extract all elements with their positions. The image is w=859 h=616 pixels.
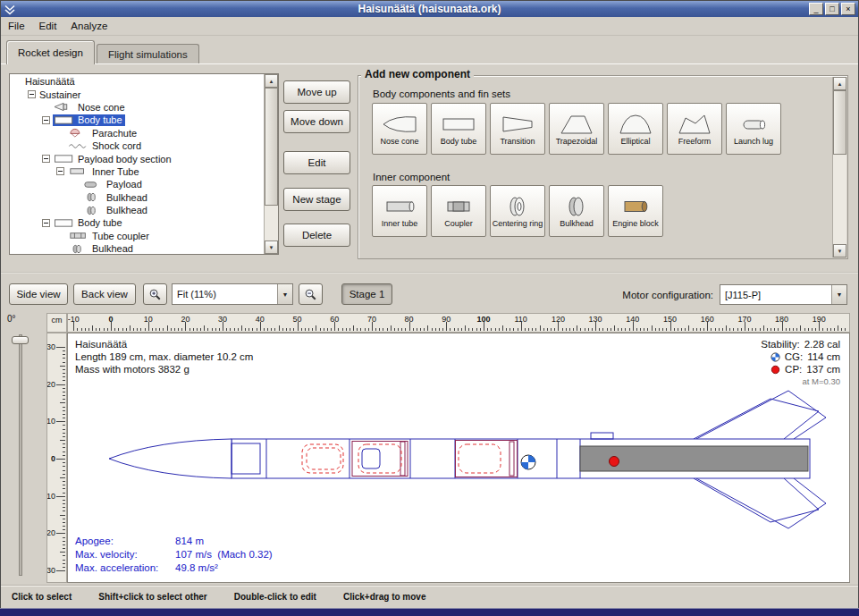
add-centering-ring-button[interactable]: Centering ring — [490, 185, 545, 237]
add-engine-block-button[interactable]: Engine block — [608, 185, 663, 237]
tree-item[interactable]: Sustainer — [10, 88, 264, 100]
close-button[interactable]: × — [841, 3, 855, 15]
tree-item-content[interactable]: Payload — [81, 179, 145, 190]
add-coupler-button[interactable]: Coupler — [431, 185, 486, 237]
tree-item[interactable]: Bulkhead — [10, 191, 264, 204]
design-tree[interactable]: HaisunäätäSustainerNose coneBody tubePar… — [10, 74, 264, 254]
ruler-label: 110 — [515, 315, 527, 324]
scrollbar-track[interactable] — [833, 155, 846, 244]
add-nose-cone-button[interactable]: Nose cone — [372, 103, 427, 155]
statusbar: Click to selectShift+click to select oth… — [1, 585, 858, 607]
tree-item[interactable]: Body tube — [10, 216, 264, 229]
tree-item-content[interactable]: Inner Tube — [67, 165, 142, 177]
collapse-icon[interactable] — [42, 116, 50, 124]
tab-flight-simulations[interactable]: Flight simulations — [97, 44, 199, 64]
ruler-tick — [487, 328, 488, 331]
zoom-out-button[interactable] — [299, 283, 323, 305]
tree-item-content[interactable]: Sustainer — [38, 89, 83, 100]
tree-item[interactable]: Bulkhead — [10, 204, 264, 216]
tree-item[interactable]: Payload — [10, 178, 264, 190]
move-up-button[interactable]: Move up — [283, 80, 350, 104]
cp-icon — [771, 365, 780, 375]
app-icon[interactable] — [4, 3, 16, 15]
add-bulkhead-button[interactable]: Bulkhead — [549, 185, 604, 237]
tree-item[interactable]: Payload body section — [10, 152, 264, 165]
maximize-button[interactable]: □ — [825, 3, 839, 15]
component-panel-scrollbar[interactable]: ▲ ▼ — [832, 77, 846, 257]
collapse-icon[interactable] — [28, 90, 36, 98]
tree-item-content[interactable]: Bulkhead — [81, 191, 150, 203]
add-inner-tube-button[interactable]: Inner tube — [372, 185, 427, 237]
ruler-label: 0 — [108, 315, 113, 324]
tree-item-content[interactable]: Payload body section — [53, 153, 174, 165]
scroll-down-icon[interactable]: ▼ — [265, 240, 278, 254]
scroll-up-icon[interactable]: ▲ — [265, 74, 278, 88]
delete-button[interactable]: Delete — [283, 224, 350, 247]
ruler-tick — [56, 347, 65, 348]
zoom-select[interactable]: Fit (11%) ▼ — [172, 283, 293, 305]
move-down-button[interactable]: Move down — [283, 110, 350, 133]
add-freeform-button[interactable]: Freeform — [667, 103, 722, 155]
tree-item[interactable]: Shock cord — [10, 139, 264, 152]
menu-analyze[interactable]: Analyze — [63, 17, 114, 35]
stage-1-toggle[interactable]: Stage 1 — [341, 283, 392, 305]
cp-value: 137 cm — [806, 363, 840, 376]
tree-item[interactable]: Body tube — [10, 114, 264, 126]
zoom-in-button[interactable] — [143, 283, 167, 305]
scroll-up-icon[interactable]: ▲ — [833, 77, 846, 90]
tree-item-content[interactable]: Haisunäätä — [24, 76, 78, 88]
titlebar[interactable]: Haisunäätä (haisunaata.ork) _ □ × — [1, 1, 858, 17]
ruler-tick — [688, 325, 689, 331]
tree-item-content[interactable]: Tube coupler — [67, 230, 152, 241]
rotation-slider-track[interactable] — [19, 334, 22, 576]
scroll-down-icon[interactable]: ▼ — [833, 244, 846, 257]
tree-item[interactable]: Parachute — [10, 127, 264, 139]
side-view-button[interactable]: Side view — [9, 283, 68, 305]
tree-item[interactable]: Tube coupler — [10, 230, 264, 242]
add-elliptical-button[interactable]: Elliptical — [608, 103, 663, 155]
ruler-tick — [56, 496, 65, 497]
collapse-icon[interactable] — [42, 219, 50, 227]
tree-item-content[interactable]: Bulkhead — [67, 243, 136, 254]
scrollbar-thumb[interactable] — [265, 88, 278, 206]
scrollbar-track[interactable] — [265, 206, 278, 240]
ruler-tick — [60, 515, 65, 516]
scrollbar-thumb[interactable] — [833, 90, 846, 155]
motor-config-select[interactable]: [J115-P] ▼ — [720, 284, 847, 305]
add-launch-lug-button[interactable]: Launch lug — [726, 103, 781, 155]
tree-item-content[interactable]: Parachute — [67, 127, 139, 139]
chevron-down-icon[interactable]: ▼ — [277, 284, 292, 304]
back-view-button[interactable]: Back view — [73, 283, 136, 305]
collapse-icon[interactable] — [56, 167, 64, 175]
new-stage-button[interactable]: New stage — [283, 188, 350, 211]
add-transition-button[interactable]: Transition — [490, 103, 545, 155]
minimize-button[interactable]: _ — [809, 3, 823, 15]
tree-item[interactable]: Inner Tube — [10, 165, 264, 178]
rocket-canvas[interactable]: Haisunäätä Length 189 cm, max. diameter … — [67, 333, 850, 583]
ruler-tick — [394, 328, 395, 331]
chevron-down-icon[interactable]: ▼ — [831, 285, 846, 304]
collapse-icon[interactable] — [42, 155, 50, 163]
tree-item-content[interactable]: Bulkhead — [81, 205, 150, 216]
tab-rocket-design[interactable]: Rocket design — [6, 40, 95, 64]
fin-trapezoidal-icon — [558, 113, 595, 136]
rotation-slider-handle[interactable] — [12, 336, 29, 344]
edit-button[interactable]: Edit — [283, 151, 350, 174]
menu-file[interactable]: File — [1, 17, 32, 35]
tree-item[interactable]: Nose cone — [10, 101, 264, 114]
add-trapezoidal-button[interactable]: Trapezoidal — [549, 103, 604, 155]
tree-item[interactable]: Bulkhead — [10, 242, 264, 254]
add-body-tube-button[interactable]: Body tube — [431, 103, 486, 155]
ruler-tick — [212, 328, 213, 331]
tree-item-content[interactable]: Shock cord — [67, 140, 144, 152]
bulkhead-icon — [558, 195, 595, 218]
menu-edit[interactable]: Edit — [32, 17, 64, 35]
ruler-tick — [685, 328, 686, 331]
tree-item-content[interactable]: Body tube — [53, 217, 125, 229]
inner-components-label: Inner component — [373, 172, 450, 182]
tree-item-content[interactable]: Body tube — [53, 114, 125, 126]
tree-item-content[interactable]: Nose cone — [53, 101, 128, 113]
ruler-tick — [77, 328, 78, 331]
tree-scrollbar[interactable]: ▲ ▼ — [264, 74, 278, 254]
tree-item[interactable]: Haisunäätä — [10, 75, 264, 88]
